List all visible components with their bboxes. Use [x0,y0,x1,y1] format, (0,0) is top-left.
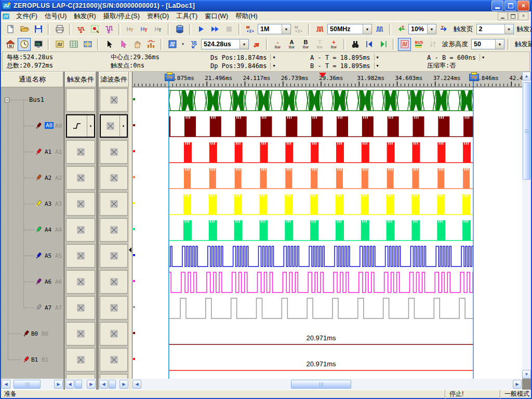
filter-cell-extra[interactable] [100,374,128,379]
scale-combo[interactable]: 524.28us▼ [201,39,249,49]
waveform-canvas[interactable]: 20.971ms20.971ms [132,87,522,379]
tree-collapse-button[interactable] [5,98,9,102]
b-t-dropdown[interactable]: ▼ [374,62,381,69]
channel-name-label[interactable]: A3 [45,201,51,207]
home-icon[interactable]: N [4,38,17,51]
memory-depth-icon[interactable]: M [244,23,257,36]
filter-cell-a1[interactable] [100,140,128,164]
channel-row-a5[interactable]: A5A5 [1,243,63,269]
wave-a2[interactable] [158,168,521,189]
timeline-ruler[interactable]: 18.875ms21.496ms24.117ms26.739ms29.36ms3… [132,72,522,87]
listing-window-icon[interactable] [67,38,80,51]
ds-marker[interactable]: Ds [165,74,175,81]
goto-trigger-icon[interactable]: T [138,23,151,36]
memory-page-icon[interactable]: M [292,23,305,36]
channel-name-label[interactable]: A6 [45,278,51,285]
channel-name-label[interactable]: A0 [45,122,54,129]
scroll-up-button[interactable]: ▲ [522,72,531,81]
menu-file[interactable]: 文件(F) [12,11,41,21]
scroll-left-button[interactable]: ◀ [132,380,141,389]
scroll-right-button[interactable]: ▶ [119,380,128,389]
goto-b-pointer-icon[interactable]: T [152,23,165,36]
frequency-combo[interactable]: 50MHz▼ [327,24,372,34]
filter-cell-a4[interactable] [100,218,128,242]
wave-a1[interactable] [158,142,522,163]
pulse-width-icon[interactable] [398,38,411,51]
trigger-cell-extra[interactable] [66,374,95,379]
channel-row-a2[interactable]: A2A2 [1,165,63,191]
channel-row-a4[interactable]: A4A4 [1,217,63,243]
waveform-vscrollbar[interactable]: ▲ ▼ [522,72,531,379]
filter-cell-b1[interactable] [100,348,128,371]
stop-icon[interactable] [222,23,235,36]
mdi-restore-button[interactable] [508,12,518,20]
trigger-cell-a0[interactable]: ▼ [66,114,95,138]
select-pointer-icon[interactable] [102,38,115,51]
filter-cell-a6[interactable] [100,270,128,294]
wave-window-icon[interactable] [53,38,66,51]
scale-combo-arrow[interactable]: ▼ [240,39,248,49]
frequency-combo-arrow[interactable]: ▼ [363,24,371,34]
multi-pointer-icon[interactable] [116,38,129,51]
channel-row-bus1[interactable]: Bus1 [1,87,63,113]
wave-mode-icon[interactable] [166,38,179,51]
a-b-dropdown[interactable]: ▼ [480,54,486,61]
ds-pos-dropdown[interactable]: ▼ [270,54,277,61]
trigger-cell-b1[interactable] [66,348,95,371]
trigger-cell-a6[interactable] [66,270,95,294]
filter-cell-a2[interactable] [100,166,128,190]
sync-icon[interactable] [426,38,439,51]
channel-name-label[interactable]: A2 [45,175,51,181]
dp-marker[interactable]: Dp [469,74,479,81]
filter-cell-a7[interactable] [100,296,128,320]
trigger-ratio-combo[interactable]: 10%▼ [408,24,436,34]
wave-b1[interactable]: 20.971ms [169,360,473,370]
channel-name-scrollbar[interactable]: ◀ ▶ [1,379,63,390]
filter-cell-bus1[interactable] [100,88,128,112]
channel-row-a1[interactable]: A1A1 [1,139,63,165]
filter-dropdown[interactable]: ▼ [119,115,127,137]
channel-name-label[interactable]: B1 [31,356,38,363]
memory-depth-combo[interactable]: 1M▼ [258,24,291,34]
trigger-setup-icon[interactable] [88,23,101,36]
trigger-page-combo-arrow[interactable]: ▼ [504,24,513,34]
hscroll-thumb[interactable] [291,380,351,389]
mdi-close-button[interactable]: × [518,12,528,20]
trigger-cell-a4[interactable] [66,218,95,242]
trigger-cell-a1[interactable] [66,140,95,164]
waveform-plot[interactable]: 20.971ms20.971ms [132,87,522,379]
menu-data[interactable]: 资料(D) [143,11,172,21]
wave-a7[interactable] [143,298,516,318]
scroll-right-button[interactable]: ▶ [513,380,522,389]
menu-capture-stop[interactable]: 摄取/停止(S) [100,11,143,21]
filter-cell-a5[interactable] [100,244,128,268]
frequency-counter-icon[interactable]: Hz [32,38,45,51]
open-icon[interactable] [18,23,31,36]
scroll-right-button[interactable]: ▶ [87,380,96,389]
bus-expand-icon[interactable]: BUS [412,38,425,51]
panel-splitter[interactable] [129,72,132,390]
repeat-run-icon[interactable] [208,23,221,36]
statistics-icon[interactable] [144,38,157,51]
scroll-left-button[interactable]: ◀ [2,380,10,389]
restore-button[interactable] [504,1,516,11]
clock-icon[interactable] [18,38,31,51]
bar-minus-button[interactable]: -Bar [271,38,284,50]
dp-pos-dropdown[interactable]: ▼ [270,62,277,69]
hscroll-thumb[interactable] [75,380,82,389]
channel-name-label[interactable]: B0 [31,330,38,337]
trigger-cell-bus1[interactable] [66,88,95,112]
wave-a0[interactable] [159,116,522,137]
menu-signal[interactable]: 信号(U) [41,11,70,21]
trigger-page-combo[interactable]: 2▼ [476,24,514,34]
menu-trigger[interactable]: 触发(R) [70,11,99,21]
zoom-prev-icon[interactable] [250,38,263,51]
channel-name-label[interactable]: A4 [45,227,51,233]
goto-start-icon[interactable] [363,38,376,51]
menu-window[interactable]: 窗口(W) [201,11,232,21]
channel-name-label[interactable]: A1 [45,149,51,155]
title-bar[interactable]: ZEROPLUS LAP-C(321000)(S/N:00000000001) … [1,0,531,11]
zoom-fit-icon[interactable] [187,38,200,51]
trigger-cell-a3[interactable] [66,192,95,216]
trigger-cell-b0[interactable] [66,322,95,345]
